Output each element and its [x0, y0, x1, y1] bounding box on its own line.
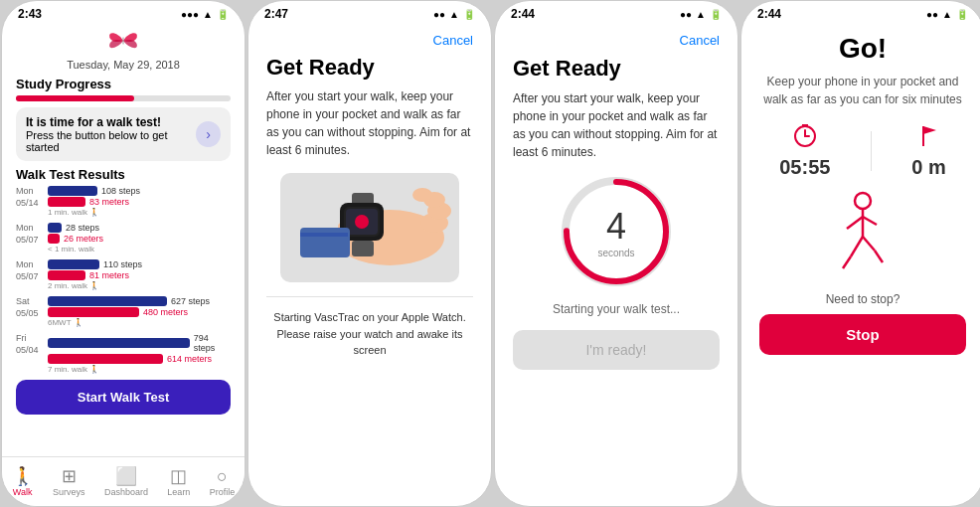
- steps-bar-4: [48, 338, 190, 348]
- screen2-body: Cancel Get Ready After you start your wa…: [248, 23, 491, 369]
- result-row-3: Sat05/05 627 steps 480 meters 6MWT 🚶: [16, 296, 231, 327]
- meters-row-3: 480 meters: [48, 307, 231, 317]
- go-desc: Keep your phone in your pocket and walk …: [759, 73, 966, 108]
- screen-1: 2:43 ●●● ▲ 🔋 Tuesday, May 29, 2018 Study…: [1, 0, 245, 507]
- svg-point-22: [855, 193, 871, 209]
- wifi-icon-2: ▲: [449, 9, 459, 20]
- meters-label-4: 614 meters: [167, 354, 212, 364]
- sub-label-3: 6MWT 🚶: [48, 318, 231, 327]
- steps-row-4: 794 steps: [48, 333, 231, 353]
- result-row-4: Fri05/04 794 steps 614 meters 7 min. wal…: [16, 333, 231, 374]
- get-ready-desc-3: After you start your walk, keep your pho…: [513, 89, 720, 161]
- timer-stat: 05:55: [779, 122, 830, 179]
- result-bars-2: 110 steps 81 meters 2 min. walk 🚶: [48, 259, 231, 290]
- stop-button[interactable]: Stop: [759, 314, 966, 355]
- svg-line-27: [843, 256, 851, 268]
- result-date-4: Fri05/04: [16, 333, 44, 356]
- meters-label-0: 83 meters: [89, 197, 129, 207]
- walk-test-banner: It is time for a walk test! Press the bu…: [16, 107, 231, 161]
- svg-rect-12: [352, 241, 374, 256]
- walk-test-title: It is time for a walk test!: [26, 115, 196, 129]
- im-ready-button[interactable]: I'm ready!: [513, 330, 720, 370]
- nav-learn-label: Learn: [167, 487, 190, 497]
- steps-label-2: 110 steps: [103, 259, 142, 269]
- result-bars-3: 627 steps 480 meters 6MWT 🚶: [48, 296, 231, 327]
- steps-label-0: 108 steps: [101, 186, 140, 196]
- steps-row-2: 110 steps: [48, 259, 231, 269]
- time-1: 2:43: [18, 7, 42, 21]
- battery-icon-2: 🔋: [463, 9, 475, 20]
- meters-row-2: 81 meters: [48, 270, 231, 280]
- steps-bar-3: [48, 296, 167, 306]
- nav-walk[interactable]: 🚶 Walk: [12, 467, 34, 497]
- ring-arc: [562, 177, 671, 286]
- stat-divider: [871, 131, 872, 171]
- sub-label-2: 2 min. walk 🚶: [48, 281, 231, 290]
- sub-label-4: 7 min. walk 🚶: [48, 365, 231, 374]
- screen4-body: Go! Keep your phone in your pocket and w…: [741, 23, 980, 365]
- nav-dashboard[interactable]: ⬜ Dashboard: [104, 467, 148, 497]
- nav-profile[interactable]: ○ Profile: [210, 467, 236, 497]
- meters-label-3: 480 meters: [143, 307, 188, 317]
- nav-surveys[interactable]: ⊞ Surveys: [53, 467, 85, 497]
- result-date-2: Mon05/07: [16, 259, 44, 282]
- result-row-1: Mon05/07 28 steps 26 meters < 1 min. wal…: [16, 223, 231, 254]
- status-icons-4: ●● ▲ 🔋: [926, 9, 968, 20]
- status-bar-2: 2:47 ●● ▲ 🔋: [248, 1, 491, 23]
- start-walk-button[interactable]: Start Walk Test: [16, 380, 231, 415]
- walk-icon: 🚶: [12, 467, 34, 485]
- watch-illustration: [280, 173, 459, 282]
- result-bars-0: 108 steps 83 meters 1 min. walk 🚶: [48, 186, 231, 217]
- result-date-0: Mon05/14: [16, 186, 44, 209]
- status-icons-3: ●● ▲ 🔋: [680, 9, 722, 20]
- battery-icon-4: 🔋: [956, 9, 968, 20]
- meters-bar-0: [48, 197, 85, 207]
- status-bar-4: 2:44 ●● ▲ 🔋: [741, 1, 980, 23]
- result-bars-1: 28 steps 26 meters < 1 min. walk: [48, 223, 231, 254]
- walking-figure: [759, 189, 966, 282]
- timer-icon: [779, 122, 830, 154]
- screen1-body: Tuesday, May 29, 2018 Study Progress It …: [2, 23, 245, 458]
- bottom-nav-1: 🚶 Walk ⊞ Surveys ⬜ Dashboard ◫ Learn ○ P…: [2, 456, 245, 506]
- countdown-timer: 4 seconds: [562, 177, 671, 286]
- divider-2: [266, 296, 473, 297]
- date-label: Tuesday, May 29, 2018: [16, 59, 231, 71]
- sub-label-0: 1 min. walk 🚶: [48, 208, 231, 217]
- wifi-icon: ▲: [203, 9, 213, 20]
- svg-point-11: [355, 215, 369, 229]
- battery-icon-3: 🔋: [710, 9, 722, 20]
- screen-4: 2:44 ●● ▲ 🔋 Go! Keep your phone in your …: [740, 0, 980, 507]
- surveys-icon: ⊞: [62, 467, 77, 485]
- nav-learn[interactable]: ◫ Learn: [167, 467, 190, 497]
- get-ready-title-2: Get Ready: [266, 56, 473, 80]
- signal-icon: ●●●: [181, 9, 199, 20]
- go-title: Go!: [759, 33, 966, 65]
- meters-bar-3: [48, 307, 139, 317]
- study-progress-title: Study Progress: [16, 77, 231, 91]
- starting-status: Starting your walk test...: [513, 302, 720, 316]
- meters-bar-2: [48, 270, 85, 280]
- steps-bar-1: [48, 223, 62, 233]
- time-4: 2:44: [757, 7, 781, 21]
- meters-bar-1: [48, 234, 60, 244]
- result-date-3: Sat05/05: [16, 296, 44, 319]
- nav-walk-label: Walk: [13, 487, 33, 497]
- svg-line-26: [851, 237, 863, 256]
- get-ready-title-3: Get Ready: [513, 56, 720, 82]
- svg-rect-14: [300, 233, 348, 237]
- status-icons-1: ●●● ▲ 🔋: [181, 9, 229, 20]
- cancel-button-2[interactable]: Cancel: [266, 33, 473, 48]
- nav-dashboard-label: Dashboard: [104, 487, 148, 497]
- time-2: 2:47: [264, 7, 288, 21]
- stats-row: 05:55 0 m: [759, 122, 966, 179]
- steps-row-0: 108 steps: [48, 186, 231, 196]
- walk-test-circle-btn[interactable]: ›: [196, 121, 221, 147]
- distance-stat: 0 m: [911, 122, 945, 179]
- timer-value: 05:55: [779, 156, 830, 179]
- cancel-button-3[interactable]: Cancel: [513, 33, 720, 48]
- screens-container: 2:43 ●●● ▲ 🔋 Tuesday, May 29, 2018 Study…: [0, 0, 980, 507]
- screen3-body: Cancel Get Ready After you start your wa…: [495, 23, 737, 380]
- result-row-0: Mon05/14 108 steps 83 meters 1 min. walk…: [16, 186, 231, 217]
- sub-label-1: < 1 min. walk: [48, 245, 231, 254]
- steps-row-3: 627 steps: [48, 296, 231, 306]
